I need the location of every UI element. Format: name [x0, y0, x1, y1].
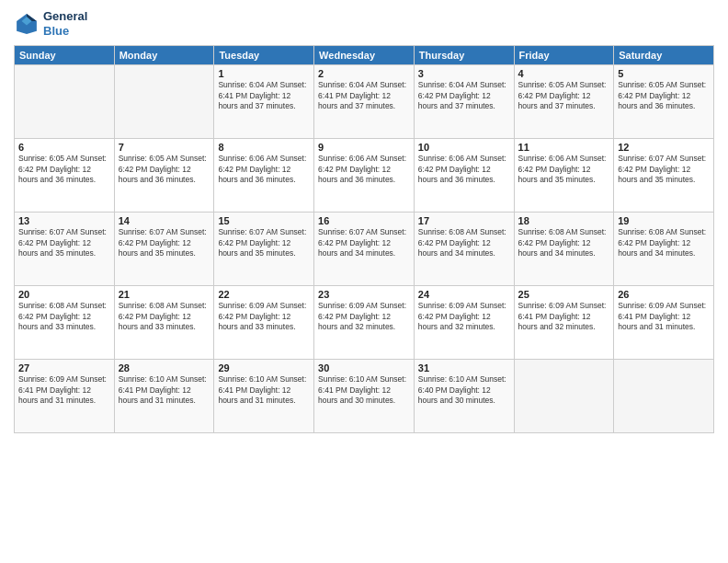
weekday-header-sunday: Sunday	[15, 46, 115, 65]
calendar-cell: 17Sunrise: 6:08 AM Sunset: 6:42 PM Dayli…	[414, 213, 514, 286]
week-row-3: 13Sunrise: 6:07 AM Sunset: 6:42 PM Dayli…	[15, 213, 714, 286]
day-number: 4	[518, 68, 610, 79]
day-number: 9	[318, 142, 410, 153]
cell-info: Sunrise: 6:07 AM Sunset: 6:42 PM Dayligh…	[318, 227, 410, 259]
week-row-4: 20Sunrise: 6:08 AM Sunset: 6:42 PM Dayli…	[15, 286, 714, 360]
day-number: 20	[18, 289, 110, 300]
logo-icon	[14, 11, 40, 37]
cell-info: Sunrise: 6:07 AM Sunset: 6:42 PM Dayligh…	[18, 227, 110, 259]
weekday-header-saturday: Saturday	[614, 46, 714, 65]
logo-text: General Blue	[43, 9, 87, 38]
week-row-5: 27Sunrise: 6:09 AM Sunset: 6:41 PM Dayli…	[15, 360, 714, 433]
logo: General Blue	[14, 9, 87, 38]
calendar-cell: 8Sunrise: 6:06 AM Sunset: 6:42 PM Daylig…	[214, 139, 314, 213]
cell-info: Sunrise: 6:10 AM Sunset: 6:41 PM Dayligh…	[218, 374, 310, 406]
cell-info: Sunrise: 6:10 AM Sunset: 6:41 PM Dayligh…	[318, 374, 410, 406]
cell-info: Sunrise: 6:05 AM Sunset: 6:42 PM Dayligh…	[518, 80, 610, 111]
cell-info: Sunrise: 6:06 AM Sunset: 6:42 PM Dayligh…	[418, 154, 510, 185]
cell-info: Sunrise: 6:09 AM Sunset: 6:41 PM Dayligh…	[518, 301, 610, 332]
cell-info: Sunrise: 6:04 AM Sunset: 6:41 PM Dayligh…	[318, 80, 410, 111]
cell-info: Sunrise: 6:07 AM Sunset: 6:42 PM Dayligh…	[218, 227, 310, 259]
calendar-cell: 6Sunrise: 6:05 AM Sunset: 6:42 PM Daylig…	[15, 139, 115, 213]
day-number: 2	[318, 68, 410, 79]
calendar-cell: 23Sunrise: 6:09 AM Sunset: 6:42 PM Dayli…	[314, 286, 415, 360]
weekday-header-thursday: Thursday	[414, 46, 514, 65]
header: General Blue	[14, 9, 714, 38]
calendar-cell: 31Sunrise: 6:10 AM Sunset: 6:40 PM Dayli…	[414, 360, 514, 433]
day-number: 19	[618, 215, 710, 226]
day-number: 30	[318, 362, 410, 373]
day-number: 1	[218, 68, 310, 79]
day-number: 11	[518, 142, 610, 153]
day-number: 7	[119, 142, 210, 153]
calendar-cell: 13Sunrise: 6:07 AM Sunset: 6:42 PM Dayli…	[15, 213, 115, 286]
week-row-1: 1Sunrise: 6:04 AM Sunset: 6:41 PM Daylig…	[15, 65, 714, 139]
calendar-cell: 11Sunrise: 6:06 AM Sunset: 6:42 PM Dayli…	[514, 139, 614, 213]
calendar-cell: 4Sunrise: 6:05 AM Sunset: 6:42 PM Daylig…	[514, 65, 614, 139]
calendar-cell: 2Sunrise: 6:04 AM Sunset: 6:41 PM Daylig…	[314, 65, 415, 139]
calendar-cell: 30Sunrise: 6:10 AM Sunset: 6:41 PM Dayli…	[314, 360, 415, 433]
calendar-cell: 3Sunrise: 6:04 AM Sunset: 6:42 PM Daylig…	[414, 65, 514, 139]
calendar-cell: 18Sunrise: 6:08 AM Sunset: 6:42 PM Dayli…	[514, 213, 614, 286]
cell-info: Sunrise: 6:09 AM Sunset: 6:42 PM Dayligh…	[418, 301, 510, 332]
cell-info: Sunrise: 6:06 AM Sunset: 6:42 PM Dayligh…	[318, 154, 410, 185]
day-number: 5	[618, 68, 710, 79]
day-number: 12	[618, 142, 710, 153]
cell-info: Sunrise: 6:09 AM Sunset: 6:41 PM Dayligh…	[18, 374, 110, 406]
cell-info: Sunrise: 6:09 AM Sunset: 6:42 PM Dayligh…	[218, 301, 310, 332]
calendar-cell	[614, 360, 714, 433]
day-number: 15	[218, 215, 310, 226]
calendar-cell	[114, 65, 214, 139]
weekday-header-tuesday: Tuesday	[214, 46, 314, 65]
calendar-cell: 28Sunrise: 6:10 AM Sunset: 6:41 PM Dayli…	[114, 360, 214, 433]
calendar-cell: 24Sunrise: 6:09 AM Sunset: 6:42 PM Dayli…	[414, 286, 514, 360]
day-number: 28	[119, 362, 210, 373]
cell-info: Sunrise: 6:07 AM Sunset: 6:42 PM Dayligh…	[618, 154, 710, 185]
cell-info: Sunrise: 6:05 AM Sunset: 6:42 PM Dayligh…	[618, 80, 710, 111]
cell-info: Sunrise: 6:08 AM Sunset: 6:42 PM Dayligh…	[618, 227, 710, 259]
day-number: 21	[119, 289, 210, 300]
day-number: 10	[418, 142, 510, 153]
day-number: 16	[318, 215, 410, 226]
calendar-cell: 5Sunrise: 6:05 AM Sunset: 6:42 PM Daylig…	[614, 65, 714, 139]
day-number: 3	[418, 68, 510, 79]
calendar-cell: 19Sunrise: 6:08 AM Sunset: 6:42 PM Dayli…	[614, 213, 714, 286]
weekday-header-monday: Monday	[114, 46, 214, 65]
cell-info: Sunrise: 6:08 AM Sunset: 6:42 PM Dayligh…	[418, 227, 510, 259]
cell-info: Sunrise: 6:06 AM Sunset: 6:42 PM Dayligh…	[218, 154, 310, 185]
cell-info: Sunrise: 6:07 AM Sunset: 6:42 PM Dayligh…	[119, 227, 210, 259]
calendar-cell: 27Sunrise: 6:09 AM Sunset: 6:41 PM Dayli…	[15, 360, 115, 433]
weekday-header-wednesday: Wednesday	[314, 46, 415, 65]
calendar-cell: 14Sunrise: 6:07 AM Sunset: 6:42 PM Dayli…	[114, 213, 214, 286]
weekday-header-row: SundayMondayTuesdayWednesdayThursdayFrid…	[15, 46, 714, 65]
cell-info: Sunrise: 6:06 AM Sunset: 6:42 PM Dayligh…	[518, 154, 610, 185]
day-number: 8	[218, 142, 310, 153]
cell-info: Sunrise: 6:10 AM Sunset: 6:41 PM Dayligh…	[119, 374, 210, 406]
calendar-cell: 25Sunrise: 6:09 AM Sunset: 6:41 PM Dayli…	[514, 286, 614, 360]
day-number: 23	[318, 289, 410, 300]
calendar-cell: 20Sunrise: 6:08 AM Sunset: 6:42 PM Dayli…	[15, 286, 115, 360]
page: General Blue SundayMondayTuesdayWednesda…	[0, 0, 728, 563]
calendar-cell: 16Sunrise: 6:07 AM Sunset: 6:42 PM Dayli…	[314, 213, 415, 286]
day-number: 31	[418, 362, 510, 373]
calendar-cell: 22Sunrise: 6:09 AM Sunset: 6:42 PM Dayli…	[214, 286, 314, 360]
day-number: 25	[518, 289, 610, 300]
week-row-2: 6Sunrise: 6:05 AM Sunset: 6:42 PM Daylig…	[15, 139, 714, 213]
cell-info: Sunrise: 6:05 AM Sunset: 6:42 PM Dayligh…	[18, 154, 110, 185]
cell-info: Sunrise: 6:08 AM Sunset: 6:42 PM Dayligh…	[18, 301, 110, 332]
day-number: 6	[18, 142, 110, 153]
day-number: 14	[119, 215, 210, 226]
calendar-cell: 21Sunrise: 6:08 AM Sunset: 6:42 PM Dayli…	[114, 286, 214, 360]
weekday-header-friday: Friday	[514, 46, 614, 65]
day-number: 27	[18, 362, 110, 373]
day-number: 22	[218, 289, 310, 300]
day-number: 24	[418, 289, 510, 300]
cell-info: Sunrise: 6:10 AM Sunset: 6:40 PM Dayligh…	[418, 374, 510, 406]
cell-info: Sunrise: 6:09 AM Sunset: 6:41 PM Dayligh…	[618, 301, 710, 332]
calendar-table: SundayMondayTuesdayWednesdayThursdayFrid…	[14, 45, 714, 433]
calendar-cell	[15, 65, 115, 139]
day-number: 26	[618, 289, 710, 300]
day-number: 29	[218, 362, 310, 373]
calendar-cell: 9Sunrise: 6:06 AM Sunset: 6:42 PM Daylig…	[314, 139, 415, 213]
day-number: 18	[518, 215, 610, 226]
